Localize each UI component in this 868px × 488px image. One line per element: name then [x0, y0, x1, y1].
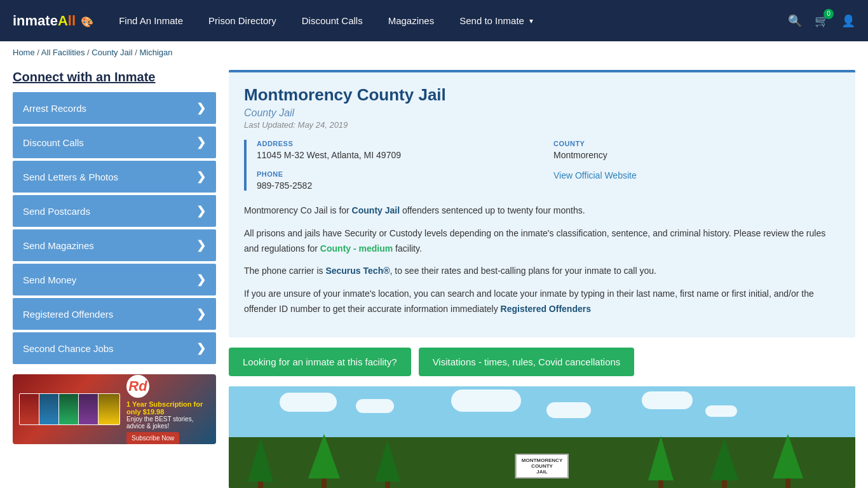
county-value: Montmorency [553, 150, 840, 160]
svg-marker-0 [248, 437, 273, 482]
cloud-1 [280, 393, 337, 412]
chevron-right-icon: ❯ [196, 170, 206, 184]
header-icons: 🔍 🛒 0 👤 [788, 14, 855, 28]
cloud-4 [546, 402, 591, 418]
county-jail-link[interactable]: County Jail [352, 205, 400, 215]
nav-find-inmate[interactable]: Find An Inmate [119, 15, 183, 26]
address-value: 11045 M-32 West, Atlanta, MI 49709 [257, 150, 543, 160]
facility-name: Montmorency County Jail [244, 85, 840, 105]
cloud-5 [642, 391, 693, 409]
desc-paragraph-2: All prisons and jails have Security or C… [244, 226, 840, 257]
breadcrumb-all-facilities[interactable]: All Facilities [41, 48, 85, 57]
facility-card: Montmorency County Jail County Jail Last… [229, 70, 855, 337]
county-medium-link[interactable]: County - medium [320, 243, 393, 254]
logo-text: inmateAll 🎨 [13, 13, 93, 29]
chevron-right-icon: ❯ [196, 341, 206, 355]
breadcrumb-home[interactable]: Home [13, 48, 35, 57]
facility-description: Montmorency Co Jail is for County Jail o… [244, 203, 840, 317]
sidebar-item-send-postcards[interactable]: Send Postcards ❯ [13, 195, 216, 227]
ad-desc: Enjoy the BEST stories, advice & jokes! [126, 416, 210, 430]
phone-value: 989-785-2582 [257, 180, 543, 191]
chevron-right-icon: ❯ [196, 135, 206, 149]
chevron-right-icon: ❯ [196, 307, 206, 321]
ad-subscribe-button[interactable]: Subscribe Now [126, 432, 179, 444]
svg-marker-2 [308, 434, 340, 478]
facility-type: County Jail [244, 107, 840, 119]
user-icon[interactable]: 👤 [841, 14, 855, 28]
logo-area[interactable]: inmateAll 🎨 [13, 13, 93, 29]
ad-magazine-3 [58, 393, 81, 425]
sidebar-menu: Arrest Records ❯ Discount Calls ❯ Send L… [13, 92, 216, 364]
breadcrumb-state[interactable]: Michigan [139, 48, 172, 57]
facility-content: Montmorency County Jail County Jail Last… [229, 70, 855, 488]
nav-prison-directory[interactable]: Prison Directory [208, 15, 276, 26]
desc-paragraph-4: If you are unsure of your inmate's locat… [244, 287, 840, 317]
main-header: inmateAll 🎨 Find An Inmate Prison Direct… [0, 0, 868, 41]
looking-for-inmate-button[interactable]: Looking for an inmate at this facility? [229, 348, 411, 376]
facility-last-updated: Last Updated: May 24, 2019 [244, 120, 840, 130]
nav-magazines[interactable]: Magazines [388, 15, 435, 26]
facility-details: ADDRESS 11045 M-32 West, Atlanta, MI 497… [244, 140, 840, 191]
ad-magazine-5 [98, 393, 120, 425]
nav-discount-calls[interactable]: Discount Calls [302, 15, 363, 26]
svg-rect-3 [322, 478, 327, 488]
sidebar-item-discount-calls[interactable]: Discount Calls ❯ [13, 126, 216, 158]
chevron-right-icon: ❯ [196, 204, 206, 218]
ad-banner: Rd 1 Year Subscription for only $19.98 E… [13, 374, 216, 444]
phone-label: PHONE [257, 170, 543, 178]
county-block: COUNTY Montmorency [553, 140, 840, 160]
svg-marker-6 [648, 436, 674, 480]
phone-block: PHONE 989-785-2582 [257, 170, 543, 191]
nav-send-to-inmate[interactable]: Send to Inmate ▾ [459, 15, 533, 26]
sidebar-item-send-magazines[interactable]: Send Magazines ❯ [13, 229, 216, 261]
sidebar-item-send-money[interactable]: Send Money ❯ [13, 264, 216, 295]
svg-rect-11 [785, 478, 790, 488]
website-block: View Official Website [553, 170, 840, 191]
facility-sign: MONTMORENCYCOUNTYJAIL [515, 454, 569, 478]
ad-title: 1 Year Subscription for only $19.98 [126, 400, 210, 416]
cart-badge: 0 [824, 9, 834, 19]
registered-offenders-link[interactable]: Registered Offenders [501, 304, 591, 314]
address-block: ADDRESS 11045 M-32 West, Atlanta, MI 497… [257, 140, 543, 160]
visitation-button[interactable]: Visitations - times, rules, Covid cancel… [419, 348, 635, 376]
breadcrumb-county-jail[interactable]: County Jail [92, 48, 132, 57]
main-content: Connect with an Inmate Arrest Records ❯ … [0, 64, 868, 488]
desc-paragraph-1: Montmorency Co Jail is for County Jail o… [244, 203, 840, 219]
cloud-6 [705, 405, 737, 417]
chevron-right-icon: ❯ [196, 101, 206, 115]
sidebar: Connect with an Inmate Arrest Records ❯ … [13, 70, 216, 488]
cloud-2 [356, 399, 394, 413]
sidebar-item-arrest-records[interactable]: Arrest Records ❯ [13, 92, 216, 124]
sidebar-item-second-chance-jobs[interactable]: Second Chance Jobs ❯ [13, 332, 216, 364]
search-icon[interactable]: 🔍 [788, 14, 802, 28]
official-website-link[interactable]: View Official Website [553, 170, 637, 180]
readers-digest-logo: Rd [126, 375, 149, 398]
dropdown-arrow-icon: ▾ [529, 17, 533, 25]
svg-rect-7 [658, 480, 663, 488]
svg-rect-1 [258, 482, 263, 488]
chevron-right-icon: ❯ [196, 273, 206, 287]
ad-magazine-2 [39, 393, 61, 425]
svg-rect-5 [385, 482, 390, 488]
sidebar-item-registered-offenders[interactable]: Registered Offenders ❯ [13, 298, 216, 330]
action-buttons: Looking for an inmate at this facility? … [229, 348, 855, 376]
ad-magazine-1 [19, 393, 41, 425]
sidebar-item-send-letters[interactable]: Send Letters & Photos ❯ [13, 161, 216, 193]
svg-marker-4 [375, 440, 400, 482]
ad-text: Rd 1 Year Subscription for only $19.98 E… [126, 375, 210, 444]
chevron-right-icon: ❯ [196, 238, 206, 252]
securus-tech-link[interactable]: Securus Tech® [325, 266, 390, 276]
sidebar-title: Connect with an Inmate [13, 70, 216, 85]
breadcrumb: Home / All Facilities / County Jail / Mi… [0, 41, 868, 64]
desc-paragraph-3: The phone carrier is Securus Tech®, to s… [244, 264, 840, 279]
svg-marker-10 [773, 434, 803, 478]
ad-magazine-4 [78, 393, 100, 425]
main-nav: Find An Inmate Prison Directory Discount… [119, 15, 775, 26]
cloud-3 [451, 390, 521, 412]
svg-rect-9 [722, 480, 727, 488]
address-label: ADDRESS [257, 140, 543, 147]
county-label: COUNTY [553, 140, 840, 147]
svg-marker-8 [710, 438, 738, 480]
cart-icon[interactable]: 🛒 0 [815, 14, 829, 28]
facility-photo: MONTMORENCYCOUNTYJAIL [229, 386, 855, 488]
